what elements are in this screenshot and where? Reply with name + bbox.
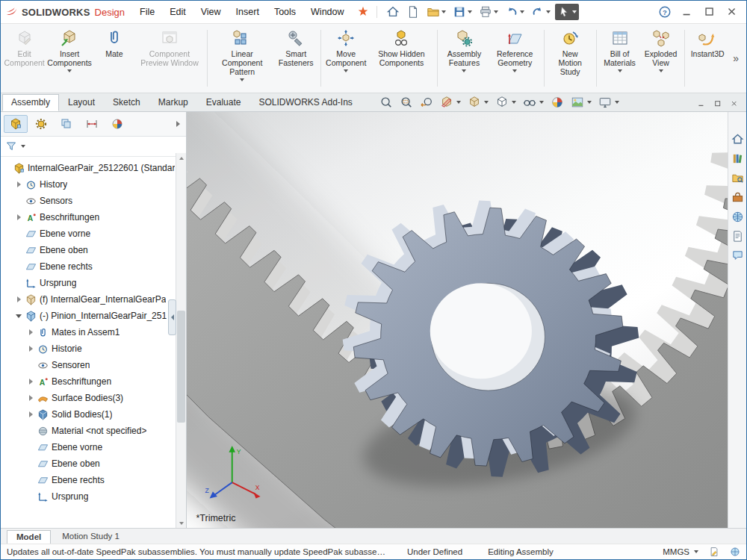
menu-edit[interactable]: Edit xyxy=(170,7,186,17)
expand-arrow-icon[interactable] xyxy=(27,395,34,401)
scroll-down-arrow-icon[interactable] xyxy=(176,518,186,528)
tree-item-history[interactable]: History xyxy=(3,176,175,193)
collapse-arrow-icon[interactable] xyxy=(15,314,22,318)
save-button[interactable] xyxy=(450,4,474,20)
panel-expand-chevron-icon[interactable] xyxy=(173,121,183,127)
propertymanager-tab[interactable] xyxy=(29,115,53,133)
dimxpert-tab[interactable] xyxy=(80,115,104,133)
expand-arrow-icon[interactable] xyxy=(27,346,34,352)
print-button[interactable] xyxy=(477,4,500,20)
forum-icon[interactable] xyxy=(731,249,744,262)
zoom-fit-button[interactable] xyxy=(379,96,393,109)
tab-layout[interactable]: Layout xyxy=(59,94,104,111)
featuremanager-tree-tab[interactable] xyxy=(4,115,28,133)
toolbox-icon[interactable] xyxy=(731,191,744,204)
tree-item-assembly-root[interactable]: InternalGearPair_25122601 (Standar xyxy=(3,160,175,176)
hide-show-items-button[interactable] xyxy=(523,96,544,109)
zoom-area-button[interactable] xyxy=(400,96,413,109)
tree-item-right-plane[interactable]: Ebene rechts xyxy=(3,258,175,275)
tab-model[interactable]: Model xyxy=(7,530,51,544)
tab-motion-study-1[interactable]: Motion Study 1 xyxy=(52,529,129,544)
previous-view-button[interactable] xyxy=(420,96,433,109)
tree-item-beschriftungen[interactable]: Beschriftungen xyxy=(3,373,175,390)
3d-content-central-icon[interactable] xyxy=(731,211,744,223)
ribbon-button-reference-geometry[interactable]: Reference Geometry xyxy=(489,25,541,91)
select-tool-button[interactable] xyxy=(555,4,579,20)
apply-scene-button[interactable] xyxy=(571,96,592,109)
tab-sketch[interactable]: Sketch xyxy=(104,94,149,111)
tree-item-solid-bodies[interactable]: Solid Bodies(1) xyxy=(3,406,175,423)
tree-item-internalgear[interactable]: (f) InternalGear_InternalGearPa xyxy=(3,291,175,308)
new-document-button[interactable] xyxy=(404,4,422,20)
tree-item-sensoren[interactable]: Sensoren xyxy=(3,357,175,373)
filter-funnel-icon[interactable] xyxy=(5,140,17,152)
tab-solidworks-addins[interactable]: SOLIDWORKS Add-Ins xyxy=(249,94,361,111)
tree-item-mates[interactable]: Mates in Assem1 xyxy=(3,324,175,340)
help-button[interactable] xyxy=(655,4,675,20)
menu-tools[interactable]: Tools xyxy=(274,7,296,17)
ribbon-overflow-chevron[interactable]: » xyxy=(728,52,743,64)
ribbon-button-smart-fasteners[interactable]: Smart Fasteners xyxy=(275,25,317,91)
redo-button[interactable] xyxy=(529,4,553,20)
undo-button[interactable] xyxy=(503,4,527,20)
tree-scrollbar[interactable] xyxy=(176,153,186,528)
tree-item-annotations[interactable]: Beschriftungen xyxy=(3,209,175,225)
expand-arrow-icon[interactable] xyxy=(27,329,34,335)
custom-properties-icon[interactable] xyxy=(731,230,744,243)
expand-arrow-icon[interactable] xyxy=(15,214,22,220)
tree-item-surface-bodies[interactable]: Surface Bodies(3) xyxy=(3,390,175,406)
doc-restore-icon[interactable] xyxy=(713,99,722,108)
tab-assembly[interactable]: Assembly xyxy=(2,94,59,111)
tree-item-material[interactable]: Material <not specified> xyxy=(3,423,175,439)
menu-window[interactable]: Window xyxy=(311,7,344,17)
ribbon-button-new-motion-study[interactable]: New Motion Study xyxy=(547,25,592,91)
open-button[interactable] xyxy=(424,4,448,20)
menu-view[interactable]: View xyxy=(201,7,221,17)
tree-item-right-plane-part[interactable]: Ebene rechts xyxy=(3,472,175,488)
ribbon-button-insert-components[interactable]: Insert Components xyxy=(46,25,93,91)
scrollbar-thumb[interactable] xyxy=(177,311,185,423)
panel-splitter-handle[interactable] xyxy=(168,299,176,335)
menu-insert[interactable]: Insert xyxy=(236,7,259,17)
taskpane-home-icon[interactable] xyxy=(731,133,744,146)
doc-close-icon[interactable] xyxy=(730,99,739,108)
maximize-button[interactable] xyxy=(700,4,719,20)
ribbon-button-move-component[interactable]: Move Component xyxy=(323,25,368,91)
tree-item-sensors[interactable]: Sensors xyxy=(3,193,175,209)
expand-arrow-icon[interactable] xyxy=(27,379,34,385)
doc-minimize-icon[interactable] xyxy=(697,99,706,108)
expand-arrow-icon[interactable] xyxy=(15,181,22,187)
tree-item-top-plane[interactable]: Ebene oben xyxy=(3,242,175,258)
resources-star-icon[interactable] xyxy=(356,5,370,19)
edit-appearance-button[interactable] xyxy=(551,96,564,109)
tree-item-front-plane-part[interactable]: Ebene vorne xyxy=(3,439,175,455)
ribbon-button-show-hidden-components[interactable]: Show Hidden Components xyxy=(369,25,433,91)
units-selector[interactable]: MMGS xyxy=(663,547,698,556)
tab-markup[interactable]: Markup xyxy=(149,94,197,111)
view-settings-button[interactable] xyxy=(598,96,619,109)
ribbon-button-linear-component-pattern[interactable]: Linear Component Pattern xyxy=(211,25,274,91)
custom-properties-status-icon[interactable] xyxy=(709,547,719,557)
minimize-button[interactable] xyxy=(678,4,697,20)
ribbon-button-assembly-features[interactable]: Assembly Features xyxy=(440,25,488,91)
section-view-button[interactable] xyxy=(440,96,461,109)
design-library-icon[interactable] xyxy=(731,152,744,165)
tree-item-top-plane-part[interactable]: Ebene oben xyxy=(3,455,175,472)
ribbon-button-bill-of-materials[interactable]: Bill of Materials xyxy=(600,25,640,91)
expand-arrow-icon[interactable] xyxy=(27,411,34,417)
file-explorer-icon[interactable] xyxy=(731,172,744,184)
tree-item-origin[interactable]: Ursprung xyxy=(3,275,175,291)
tab-evaluate[interactable]: Evaluate xyxy=(197,94,250,111)
online-status-icon[interactable] xyxy=(730,547,740,557)
display-style-button[interactable] xyxy=(495,96,516,109)
home-button[interactable] xyxy=(384,4,402,20)
view-orientation-button[interactable] xyxy=(468,96,489,109)
ribbon-button-mate[interactable]: Mate xyxy=(94,25,134,91)
menu-file[interactable]: File xyxy=(140,7,155,17)
tree-item-origin-part[interactable]: Ursprung xyxy=(3,488,175,505)
tree-item-historie[interactable]: Historie xyxy=(3,340,175,357)
displaymanager-tab[interactable] xyxy=(105,115,129,133)
ribbon-button-instant3d[interactable]: Instant3D xyxy=(687,25,728,91)
scroll-up-arrow-icon[interactable] xyxy=(176,153,186,163)
close-button[interactable] xyxy=(722,4,742,20)
